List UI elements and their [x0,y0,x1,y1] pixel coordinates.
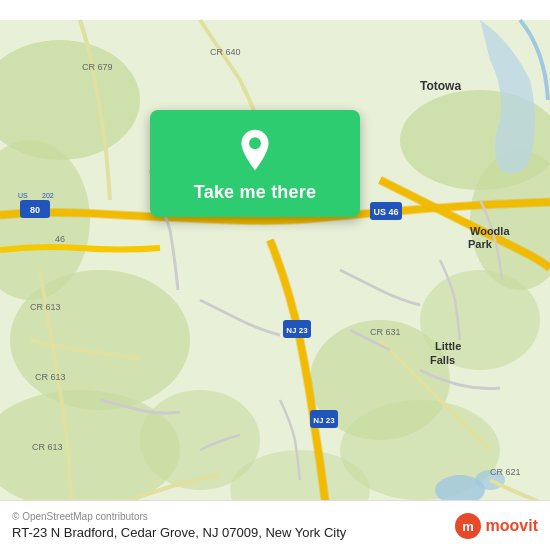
svg-text:Totowa: Totowa [420,79,461,93]
svg-text:202: 202 [42,192,54,199]
svg-text:Falls: Falls [430,354,455,366]
svg-text:m: m [462,519,474,534]
svg-point-39 [249,137,261,149]
action-card: Take me there [150,110,360,217]
svg-text:46: 46 [55,234,65,244]
svg-text:CR 613: CR 613 [35,372,66,382]
moovit-label: moovit [486,517,538,535]
svg-text:80: 80 [30,205,40,215]
svg-text:CR 679: CR 679 [82,62,113,72]
map-container: 80 US 202 US 46 NJ 23 NJ 23 CR 679 CR 64… [0,0,550,550]
svg-text:US 46: US 46 [373,207,398,217]
svg-text:NJ 23: NJ 23 [286,326,308,335]
bottom-info: © OpenStreetMap contributors RT-23 N Bra… [12,511,444,540]
bottom-bar: © OpenStreetMap contributors RT-23 N Bra… [0,500,550,550]
svg-text:CR 613: CR 613 [30,302,61,312]
address-text: RT-23 N Bradford, Cedar Grove, NJ 07009,… [12,525,444,540]
svg-text:CR 640: CR 640 [210,47,241,57]
svg-text:Little: Little [435,340,461,352]
moovit-logo: m moovit [454,512,538,540]
svg-text:Park: Park [468,238,493,250]
svg-text:US: US [18,192,28,199]
osm-credit: © OpenStreetMap contributors [12,511,444,522]
svg-text:CR 631: CR 631 [370,327,401,337]
svg-text:Woodla: Woodla [470,225,510,237]
svg-text:NJ 23: NJ 23 [313,416,335,425]
svg-text:CR 613: CR 613 [32,442,63,452]
take-me-there-button[interactable]: Take me there [194,182,316,203]
location-pin-icon [233,128,277,172]
svg-text:CR 621: CR 621 [490,467,521,477]
moovit-icon: m [454,512,482,540]
map-background: 80 US 202 US 46 NJ 23 NJ 23 CR 679 CR 64… [0,0,550,550]
